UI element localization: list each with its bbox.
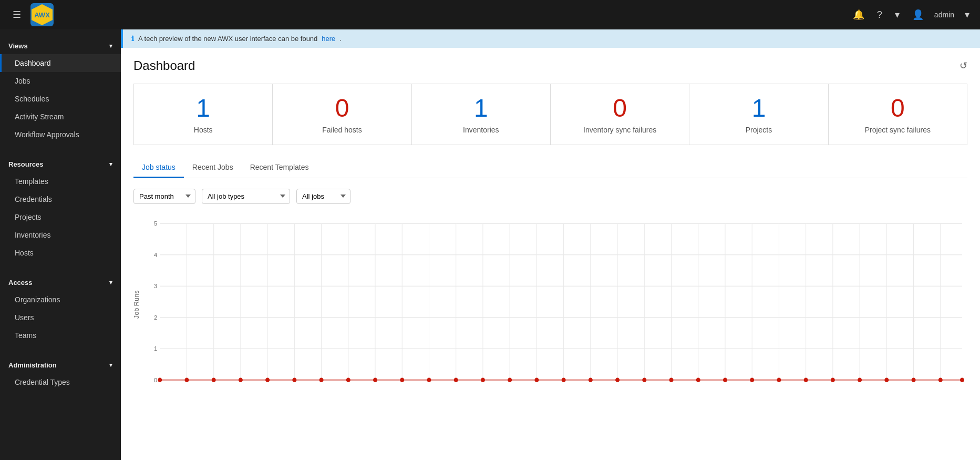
time-period-filter[interactable]: Past month Past week Past 2 weeks Past y… xyxy=(133,189,195,204)
sidebar-access-header[interactable]: Access ▾ xyxy=(0,274,121,291)
sidebar-item-projects[interactable]: Projects xyxy=(0,208,121,226)
stat-card-hosts[interactable]: 1 Hosts xyxy=(134,84,273,145)
sidebar-views-label: Views xyxy=(8,42,28,50)
chart-dot-22 xyxy=(750,377,754,382)
tab-recent-jobs[interactable]: Recent Jobs xyxy=(184,158,242,178)
chart-dot-2 xyxy=(212,377,216,382)
chart-dot-23 xyxy=(777,377,781,382)
inventories-count: 1 xyxy=(420,95,542,122)
chart-dot-27 xyxy=(884,377,889,382)
chart-dot-4 xyxy=(265,377,270,382)
y-tick-0: 0 xyxy=(154,377,157,383)
chart-dot-10 xyxy=(427,377,431,382)
sidebar-views-header[interactable]: Views ▾ xyxy=(0,38,121,54)
sidebar-resources-label: Resources xyxy=(8,160,43,168)
chevron-help-icon[interactable]: ▾ xyxy=(893,7,902,23)
main-content: ℹ A tech preview of the new AWX user int… xyxy=(121,29,980,460)
chart-dot-14 xyxy=(534,377,539,382)
chart-svg: Job Runs 0 1 2 3 4 5 xyxy=(133,212,967,391)
sidebar-item-dashboard[interactable]: Dashboard xyxy=(0,54,121,72)
chart-dot-11 xyxy=(454,377,458,382)
sidebar-administration-chevron: ▾ xyxy=(109,362,112,369)
failed-hosts-count: 0 xyxy=(281,95,403,122)
hosts-count: 1 xyxy=(142,95,264,122)
sidebar-access-label: Access xyxy=(8,279,33,287)
sidebar-item-organizations[interactable]: Organizations xyxy=(0,291,121,309)
jobs-filter[interactable]: All jobs Successful Failed xyxy=(296,189,350,204)
sidebar-item-credentials[interactable]: Credentials xyxy=(0,190,121,208)
sidebar-item-templates[interactable]: Templates xyxy=(0,172,121,190)
stat-card-inventories[interactable]: 1 Inventories xyxy=(412,84,551,145)
sidebar-item-hosts[interactable]: Hosts xyxy=(0,244,121,262)
filter-bar: Past month Past week Past 2 weeks Past y… xyxy=(133,189,967,204)
sidebar-resources-chevron: ▾ xyxy=(109,161,112,168)
chart-dot-25 xyxy=(831,377,835,382)
sidebar: Views ▾ Dashboard Jobs Schedules Activit… xyxy=(0,29,121,460)
chart-dot-3 xyxy=(239,377,243,382)
awx-logo: AWX xyxy=(30,3,54,26)
chart-dot-8 xyxy=(373,377,377,382)
topbar-left: ☰ AWX xyxy=(8,3,851,26)
sidebar-administration-label: Administration xyxy=(8,361,57,369)
chart-dot-16 xyxy=(589,377,593,382)
sidebar-resources-header[interactable]: Resources ▾ xyxy=(0,156,121,172)
sidebar-administration-section: Administration ▾ Credential Types xyxy=(0,349,121,395)
sidebar-item-schedules[interactable]: Schedules xyxy=(0,90,121,108)
chart-dot-1 xyxy=(184,377,189,382)
chart-dot-20 xyxy=(696,377,700,382)
stat-card-project-sync-failures[interactable]: 0 Project sync failures xyxy=(829,84,967,145)
projects-label: Projects xyxy=(698,126,819,134)
y-tick-1: 1 xyxy=(154,345,157,352)
stat-card-failed-hosts[interactable]: 0 Failed hosts xyxy=(273,84,411,145)
chart-dot-19 xyxy=(669,377,673,382)
job-status-chart: Job Runs 0 1 2 3 4 5 xyxy=(133,212,967,391)
chart-dot-9 xyxy=(400,377,404,382)
inventory-sync-failures-count: 0 xyxy=(559,95,680,122)
chart-dot-12 xyxy=(481,377,485,382)
y-tick-4: 4 xyxy=(154,252,157,258)
sidebar-item-users[interactable]: Users xyxy=(0,309,121,326)
admin-username: admin xyxy=(934,11,954,19)
project-sync-failures-label: Project sync failures xyxy=(837,126,958,134)
job-types-filter[interactable]: All job types Playbook run Workflow job … xyxy=(202,189,290,204)
dashboard-header: Dashboard ↺ xyxy=(133,58,967,73)
topbar-right: 🔔 ? ▾ 👤 admin ▾ xyxy=(851,7,972,23)
stat-card-projects[interactable]: 1 Projects xyxy=(689,84,828,145)
sidebar-item-credential-types[interactable]: Credential Types xyxy=(0,373,121,391)
dashboard-tabs: Job status Recent Jobs Recent Templates xyxy=(133,158,967,178)
refresh-icon[interactable]: ↺ xyxy=(960,60,967,71)
chart-dot-17 xyxy=(615,377,620,382)
stat-cards: 1 Hosts 0 Failed hosts 1 Inventories 0 I… xyxy=(133,84,967,145)
stat-card-inventory-sync-failures[interactable]: 0 Inventory sync failures xyxy=(551,84,689,145)
tab-recent-templates[interactable]: Recent Templates xyxy=(242,158,317,178)
sidebar-item-inventories[interactable]: Inventories xyxy=(0,226,121,244)
info-banner: ℹ A tech preview of the new AWX user int… xyxy=(121,29,980,48)
chart-dot-30 xyxy=(960,377,964,382)
y-tick-5: 5 xyxy=(154,220,157,227)
tab-job-status[interactable]: Job status xyxy=(133,158,184,178)
topbar: ☰ AWX 🔔 ? ▾ 👤 admin ▾ xyxy=(0,0,980,29)
failed-hosts-label: Failed hosts xyxy=(281,126,403,134)
banner-link[interactable]: here xyxy=(322,35,335,43)
banner-text: A tech preview of the new AWX user inter… xyxy=(138,35,317,43)
sidebar-item-activity-stream[interactable]: Activity Stream xyxy=(0,108,121,126)
sidebar-item-workflow-approvals[interactable]: Workflow Approvals xyxy=(0,126,121,144)
chart-dot-5 xyxy=(292,377,296,382)
project-sync-failures-count: 0 xyxy=(837,95,958,122)
hamburger-menu-button[interactable]: ☰ xyxy=(8,7,25,23)
page-title: Dashboard xyxy=(133,58,195,73)
hosts-label: Hosts xyxy=(142,126,264,134)
sidebar-item-teams[interactable]: Teams xyxy=(0,326,121,344)
sidebar-administration-header[interactable]: Administration ▾ xyxy=(0,357,121,373)
user-chevron-icon[interactable]: ▾ xyxy=(963,7,972,23)
notifications-icon[interactable]: 🔔 xyxy=(851,7,866,23)
chart-dot-29 xyxy=(938,377,943,382)
sidebar-resources-section: Resources ▾ Templates Credentials Projec… xyxy=(0,148,121,266)
help-icon[interactable]: ? xyxy=(875,7,884,23)
sidebar-item-jobs[interactable]: Jobs xyxy=(0,72,121,90)
chart-dot-18 xyxy=(642,377,646,382)
app-body: Views ▾ Dashboard Jobs Schedules Activit… xyxy=(0,29,980,460)
sidebar-views-chevron: ▾ xyxy=(109,43,112,49)
chart-dot-6 xyxy=(319,377,324,382)
banner-text-end: . xyxy=(339,35,342,43)
